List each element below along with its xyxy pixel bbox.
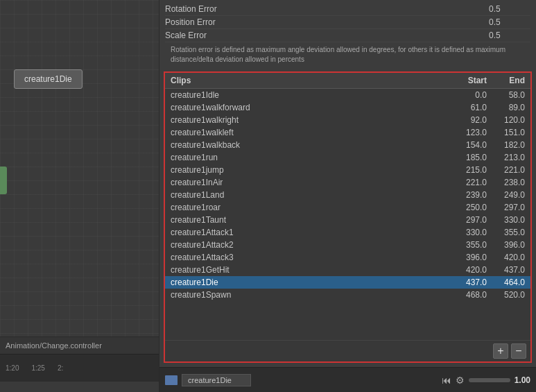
- col-header-name: Clips: [171, 76, 449, 85]
- clip-row-name: creature1Attack1: [171, 228, 449, 237]
- clip-row-start: 355.0: [449, 240, 487, 250]
- playback-slider[interactable]: [469, 378, 510, 382]
- clip-row-name: creature1jump: [171, 165, 449, 175]
- table-row[interactable]: creature1walkleft123.0151.0: [165, 126, 530, 139]
- clip-row-name: creature1Attack3: [171, 253, 449, 262]
- clip-row-start: 0.0: [449, 90, 487, 100]
- clip-row-name: creature1walkback: [171, 140, 449, 150]
- clip-row-start: 185.0: [449, 153, 487, 162]
- table-row[interactable]: creature1walkforward61.089.0: [165, 101, 530, 114]
- table-row[interactable]: creature1Land239.0249.0: [165, 189, 530, 201]
- clip-row-end: 330.0: [487, 215, 525, 225]
- position-error-row: Position Error 0.5: [165, 16, 530, 29]
- rotation-error-value: 0.5: [489, 4, 530, 14]
- left-panel: creature1Die Animation/Change.controller…: [0, 0, 159, 392]
- clip-row-start: 396.0: [449, 253, 487, 262]
- graph-view[interactable]: creature1Die: [0, 0, 159, 336]
- clip-row-start: 420.0: [449, 265, 487, 275]
- clip-row-start: 61.0: [449, 103, 487, 112]
- clip-row-start: 468.0: [449, 290, 487, 300]
- clips-container: Clips Start End creature1Idle0.058.0crea…: [164, 71, 532, 363]
- clip-row-name: creature1Spawn: [171, 290, 449, 300]
- speed-value: 1.00: [515, 375, 530, 385]
- bottom-bar-left: creature1Die: [165, 374, 251, 386]
- table-row[interactable]: creature1Attack2355.0396.0: [165, 239, 530, 251]
- scale-error-label: Scale Error: [165, 31, 489, 40]
- clips-footer: + −: [165, 340, 530, 361]
- clip-row-end: 396.0: [487, 240, 525, 250]
- add-clip-button[interactable]: +: [493, 343, 508, 359]
- clip-row-start: 250.0: [449, 203, 487, 212]
- clip-row-end: 420.0: [487, 253, 525, 262]
- clip-row-end: 355.0: [487, 228, 525, 237]
- position-error-value: 0.5: [489, 17, 530, 27]
- clip-row-name: creature1Taunt: [171, 215, 449, 225]
- clip-row-name: creature1roar: [171, 203, 449, 212]
- clip-row-start: 215.0: [449, 165, 487, 175]
- table-row[interactable]: creature1run185.0213.0: [165, 151, 530, 164]
- clip-row-end: 89.0: [487, 103, 525, 112]
- clip-row-start: 92.0: [449, 115, 487, 125]
- right-panel: Rotation Error 0.5 Position Error 0.5 Sc…: [159, 0, 536, 392]
- table-row[interactable]: creature1Die437.0464.0: [165, 276, 530, 289]
- clips-header: Clips Start End: [165, 73, 530, 89]
- clip-row-end: 221.0: [487, 165, 525, 175]
- clip-row-end: 120.0: [487, 115, 525, 125]
- table-row[interactable]: creature1Attack3396.0420.0: [165, 251, 530, 264]
- clip-row-name: creature1walkforward: [171, 103, 449, 112]
- col-header-start: Start: [449, 76, 487, 85]
- clip-row-start: 297.0: [449, 215, 487, 225]
- table-row[interactable]: creature1jump215.0221.0: [165, 164, 530, 176]
- clip-row-start: 437.0: [449, 278, 487, 287]
- clip-row-start: 221.0: [449, 178, 487, 187]
- scale-error-row: Scale Error 0.5: [165, 29, 530, 42]
- settings-icon[interactable]: ⚙: [456, 375, 465, 386]
- bottom-bar-right: ⏮ ⚙ 1.00: [442, 375, 530, 386]
- clip-row-end: 151.0: [487, 128, 525, 137]
- col-header-end: End: [487, 76, 525, 85]
- clip-row-name: creature1InAir: [171, 178, 449, 187]
- clip-row-name: creature1walkleft: [171, 128, 449, 137]
- clip-row-start: 123.0: [449, 128, 487, 137]
- clip-row-name: creature1Land: [171, 190, 449, 200]
- node-label: creature1Die: [24, 74, 72, 84]
- clip-row-end: 58.0: [487, 90, 525, 100]
- table-row[interactable]: creature1GetHit420.0437.0: [165, 264, 530, 276]
- clip-row-end: 520.0: [487, 290, 525, 300]
- table-row[interactable]: creature1walkright92.0120.0: [165, 114, 530, 126]
- rotation-error-row: Rotation Error 0.5: [165, 3, 530, 16]
- error-section: Rotation Error 0.5 Position Error 0.5 Sc…: [159, 0, 536, 71]
- table-row[interactable]: creature1Spawn468.0520.0: [165, 289, 530, 301]
- current-clip-name: creature1Die: [182, 374, 251, 386]
- clip-row-name: creature1walkright: [171, 115, 449, 125]
- clip-row-name: creature1run: [171, 153, 449, 162]
- clip-row-end: 238.0: [487, 178, 525, 187]
- clip-row-end: 213.0: [487, 153, 525, 162]
- scale-error-value: 0.5: [489, 31, 530, 40]
- rotation-error-label: Rotation Error: [165, 4, 489, 14]
- clip-row-name: creature1Idle: [171, 90, 449, 100]
- table-row[interactable]: creature1Idle0.058.0: [165, 89, 530, 101]
- clip-row-name: creature1GetHit: [171, 265, 449, 275]
- node-box[interactable]: creature1Die: [14, 69, 83, 89]
- clip-row-name: creature1Attack2: [171, 240, 449, 250]
- table-row[interactable]: creature1walkback154.0182.0: [165, 139, 530, 151]
- table-row[interactable]: creature1Attack1330.0355.0: [165, 226, 530, 239]
- table-row[interactable]: creature1InAir221.0238.0: [165, 176, 530, 189]
- table-row[interactable]: creature1Taunt297.0330.0: [165, 214, 530, 226]
- clips-list[interactable]: creature1Idle0.058.0creature1walkforward…: [165, 89, 530, 340]
- timeline-bar[interactable]: 1:20 1:25 2:: [0, 354, 159, 382]
- clip-color-indicator: [165, 375, 178, 385]
- error-note: Rotation error is defined as maximum ang…: [165, 42, 530, 69]
- clip-row-end: 464.0: [487, 278, 525, 287]
- table-row[interactable]: creature1roar250.0297.0: [165, 201, 530, 214]
- clip-row-start: 330.0: [449, 228, 487, 237]
- remove-clip-button[interactable]: −: [511, 343, 526, 359]
- clip-row-name: creature1Die: [171, 278, 449, 287]
- position-error-label: Position Error: [165, 17, 489, 27]
- clip-row-end: 249.0: [487, 190, 525, 200]
- clip-row-end: 437.0: [487, 265, 525, 275]
- controller-path: Animation/Change.controller: [0, 336, 159, 354]
- clip-row-end: 182.0: [487, 140, 525, 150]
- go-to-start-icon[interactable]: ⏮: [442, 375, 451, 386]
